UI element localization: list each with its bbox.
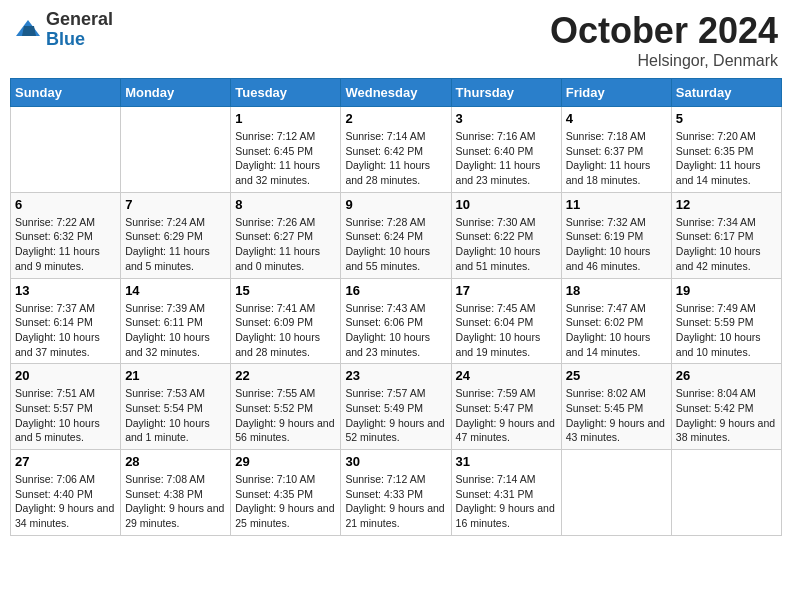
day-number: 7 <box>125 197 226 212</box>
day-number: 21 <box>125 368 226 383</box>
day-number: 24 <box>456 368 557 383</box>
calendar-week-2: 13Sunrise: 7:37 AMSunset: 6:14 PMDayligh… <box>11 278 782 364</box>
logo: General Blue <box>14 10 113 50</box>
header-friday: Friday <box>561 79 671 107</box>
calendar-cell: 1Sunrise: 7:12 AMSunset: 6:45 PMDaylight… <box>231 107 341 193</box>
page-header: General Blue October 2024 Helsingor, Den… <box>10 10 782 70</box>
day-detail: Sunrise: 7:24 AMSunset: 6:29 PMDaylight:… <box>125 216 210 272</box>
calendar-cell: 16Sunrise: 7:43 AMSunset: 6:06 PMDayligh… <box>341 278 451 364</box>
day-number: 2 <box>345 111 446 126</box>
calendar-week-0: 1Sunrise: 7:12 AMSunset: 6:45 PMDaylight… <box>11 107 782 193</box>
day-detail: Sunrise: 7:37 AMSunset: 6:14 PMDaylight:… <box>15 302 100 358</box>
day-number: 6 <box>15 197 116 212</box>
day-detail: Sunrise: 7:51 AMSunset: 5:57 PMDaylight:… <box>15 387 100 443</box>
day-number: 23 <box>345 368 446 383</box>
calendar-cell: 31Sunrise: 7:14 AMSunset: 4:31 PMDayligh… <box>451 450 561 536</box>
logo-icon <box>14 16 42 44</box>
day-number: 14 <box>125 283 226 298</box>
calendar-week-1: 6Sunrise: 7:22 AMSunset: 6:32 PMDaylight… <box>11 192 782 278</box>
day-detail: Sunrise: 7:26 AMSunset: 6:27 PMDaylight:… <box>235 216 320 272</box>
calendar-cell: 6Sunrise: 7:22 AMSunset: 6:32 PMDaylight… <box>11 192 121 278</box>
day-number: 29 <box>235 454 336 469</box>
day-number: 16 <box>345 283 446 298</box>
day-number: 4 <box>566 111 667 126</box>
day-number: 8 <box>235 197 336 212</box>
day-detail: Sunrise: 7:14 AMSunset: 6:42 PMDaylight:… <box>345 130 430 186</box>
day-detail: Sunrise: 7:06 AMSunset: 4:40 PMDaylight:… <box>15 473 114 529</box>
calendar-cell: 22Sunrise: 7:55 AMSunset: 5:52 PMDayligh… <box>231 364 341 450</box>
calendar-cell <box>561 450 671 536</box>
day-number: 15 <box>235 283 336 298</box>
calendar-cell: 20Sunrise: 7:51 AMSunset: 5:57 PMDayligh… <box>11 364 121 450</box>
day-detail: Sunrise: 7:59 AMSunset: 5:47 PMDaylight:… <box>456 387 555 443</box>
header-wednesday: Wednesday <box>341 79 451 107</box>
day-number: 31 <box>456 454 557 469</box>
calendar-cell: 7Sunrise: 7:24 AMSunset: 6:29 PMDaylight… <box>121 192 231 278</box>
header-saturday: Saturday <box>671 79 781 107</box>
calendar-cell: 30Sunrise: 7:12 AMSunset: 4:33 PMDayligh… <box>341 450 451 536</box>
calendar-cell: 11Sunrise: 7:32 AMSunset: 6:19 PMDayligh… <box>561 192 671 278</box>
day-detail: Sunrise: 7:22 AMSunset: 6:32 PMDaylight:… <box>15 216 100 272</box>
location: Helsingor, Denmark <box>550 52 778 70</box>
day-detail: Sunrise: 7:16 AMSunset: 6:40 PMDaylight:… <box>456 130 541 186</box>
day-detail: Sunrise: 7:12 AMSunset: 6:45 PMDaylight:… <box>235 130 320 186</box>
day-detail: Sunrise: 7:20 AMSunset: 6:35 PMDaylight:… <box>676 130 761 186</box>
calendar-cell <box>671 450 781 536</box>
calendar-cell: 15Sunrise: 7:41 AMSunset: 6:09 PMDayligh… <box>231 278 341 364</box>
calendar-cell: 17Sunrise: 7:45 AMSunset: 6:04 PMDayligh… <box>451 278 561 364</box>
calendar-cell: 27Sunrise: 7:06 AMSunset: 4:40 PMDayligh… <box>11 450 121 536</box>
calendar-week-4: 27Sunrise: 7:06 AMSunset: 4:40 PMDayligh… <box>11 450 782 536</box>
day-number: 20 <box>15 368 116 383</box>
calendar-cell: 18Sunrise: 7:47 AMSunset: 6:02 PMDayligh… <box>561 278 671 364</box>
calendar-cell: 26Sunrise: 8:04 AMSunset: 5:42 PMDayligh… <box>671 364 781 450</box>
day-detail: Sunrise: 7:32 AMSunset: 6:19 PMDaylight:… <box>566 216 651 272</box>
calendar-cell: 21Sunrise: 7:53 AMSunset: 5:54 PMDayligh… <box>121 364 231 450</box>
day-detail: Sunrise: 7:57 AMSunset: 5:49 PMDaylight:… <box>345 387 444 443</box>
calendar-cell <box>11 107 121 193</box>
day-number: 25 <box>566 368 667 383</box>
header-monday: Monday <box>121 79 231 107</box>
day-detail: Sunrise: 7:55 AMSunset: 5:52 PMDaylight:… <box>235 387 334 443</box>
calendar-cell: 28Sunrise: 7:08 AMSunset: 4:38 PMDayligh… <box>121 450 231 536</box>
calendar-cell: 8Sunrise: 7:26 AMSunset: 6:27 PMDaylight… <box>231 192 341 278</box>
day-number: 12 <box>676 197 777 212</box>
header-sunday: Sunday <box>11 79 121 107</box>
day-detail: Sunrise: 7:10 AMSunset: 4:35 PMDaylight:… <box>235 473 334 529</box>
day-detail: Sunrise: 7:18 AMSunset: 6:37 PMDaylight:… <box>566 130 651 186</box>
day-detail: Sunrise: 8:02 AMSunset: 5:45 PMDaylight:… <box>566 387 665 443</box>
day-detail: Sunrise: 7:14 AMSunset: 4:31 PMDaylight:… <box>456 473 555 529</box>
day-detail: Sunrise: 7:43 AMSunset: 6:06 PMDaylight:… <box>345 302 430 358</box>
day-detail: Sunrise: 7:39 AMSunset: 6:11 PMDaylight:… <box>125 302 210 358</box>
calendar-cell: 24Sunrise: 7:59 AMSunset: 5:47 PMDayligh… <box>451 364 561 450</box>
header-thursday: Thursday <box>451 79 561 107</box>
day-detail: Sunrise: 7:08 AMSunset: 4:38 PMDaylight:… <box>125 473 224 529</box>
day-number: 13 <box>15 283 116 298</box>
day-number: 1 <box>235 111 336 126</box>
day-detail: Sunrise: 7:30 AMSunset: 6:22 PMDaylight:… <box>456 216 541 272</box>
day-detail: Sunrise: 7:49 AMSunset: 5:59 PMDaylight:… <box>676 302 761 358</box>
day-number: 11 <box>566 197 667 212</box>
title-block: October 2024 Helsingor, Denmark <box>550 10 778 70</box>
day-detail: Sunrise: 7:53 AMSunset: 5:54 PMDaylight:… <box>125 387 210 443</box>
calendar-cell: 3Sunrise: 7:16 AMSunset: 6:40 PMDaylight… <box>451 107 561 193</box>
day-number: 27 <box>15 454 116 469</box>
logo-blue-text: Blue <box>46 30 113 50</box>
day-detail: Sunrise: 7:47 AMSunset: 6:02 PMDaylight:… <box>566 302 651 358</box>
day-detail: Sunrise: 7:41 AMSunset: 6:09 PMDaylight:… <box>235 302 320 358</box>
calendar-cell <box>121 107 231 193</box>
calendar-cell: 12Sunrise: 7:34 AMSunset: 6:17 PMDayligh… <box>671 192 781 278</box>
day-number: 5 <box>676 111 777 126</box>
day-detail: Sunrise: 8:04 AMSunset: 5:42 PMDaylight:… <box>676 387 775 443</box>
calendar-cell: 4Sunrise: 7:18 AMSunset: 6:37 PMDaylight… <box>561 107 671 193</box>
day-detail: Sunrise: 7:12 AMSunset: 4:33 PMDaylight:… <box>345 473 444 529</box>
day-number: 30 <box>345 454 446 469</box>
day-number: 22 <box>235 368 336 383</box>
day-detail: Sunrise: 7:34 AMSunset: 6:17 PMDaylight:… <box>676 216 761 272</box>
calendar-cell: 25Sunrise: 8:02 AMSunset: 5:45 PMDayligh… <box>561 364 671 450</box>
calendar-cell: 10Sunrise: 7:30 AMSunset: 6:22 PMDayligh… <box>451 192 561 278</box>
header-tuesday: Tuesday <box>231 79 341 107</box>
day-detail: Sunrise: 7:28 AMSunset: 6:24 PMDaylight:… <box>345 216 430 272</box>
logo-text: General Blue <box>46 10 113 50</box>
calendar-cell: 23Sunrise: 7:57 AMSunset: 5:49 PMDayligh… <box>341 364 451 450</box>
day-number: 17 <box>456 283 557 298</box>
